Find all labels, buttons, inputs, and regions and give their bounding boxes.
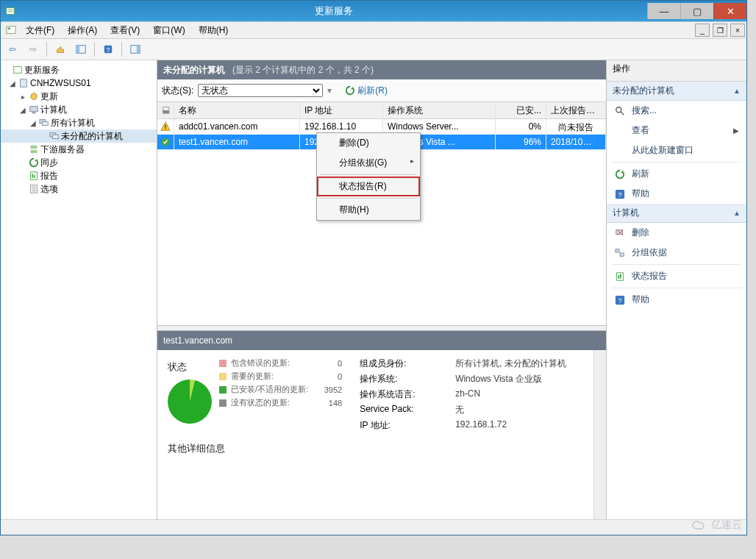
actions-pane: 操作 未分配的计算机▲ 搜索... 查看 ▶ 从此处新建窗口	[607, 60, 746, 519]
svg-text:?: ?	[107, 46, 110, 54]
action-help[interactable]: ? 帮助	[607, 184, 746, 204]
svg-rect-22	[34, 175, 35, 178]
status-block: 状态 包含错误的更新:0 需要的更新:0 已安装/不适用的更新:3952 没有状…	[168, 357, 342, 432]
action-refresh[interactable]: 刷新	[607, 164, 746, 184]
titlebar[interactable]: 更新服务 — ▢ ✕	[1, 1, 746, 21]
menu-help[interactable]: 帮助(H)	[193, 23, 235, 38]
tree-server-label: CNHZWSUS01	[30, 78, 91, 88]
tree-root[interactable]: 更新服务	[1, 63, 157, 76]
mdi-restore-button[interactable]: ❐	[713, 24, 727, 37]
grid-header[interactable]: ⬓ 名称 IP 地址 操作系统 已安... 上次报告状态的时...	[157, 102, 606, 119]
ctx-delete[interactable]: 删除(D)	[317, 133, 420, 153]
status-legend: 包含错误的更新:0 需要的更新:0 已安装/不适用的更新:3952 没有状态的更…	[219, 357, 342, 408]
ctx-groupby[interactable]: 分组依据(G)	[317, 153, 420, 173]
ctx-help[interactable]: 帮助(H)	[317, 200, 420, 220]
menu-file[interactable]: 文件(F)	[20, 23, 60, 38]
detail-scrollbar[interactable]	[593, 350, 606, 519]
svg-text:?: ?	[618, 191, 622, 198]
detail-header: test1.vancen.com	[157, 331, 606, 350]
forward-button[interactable]: ⇨	[24, 40, 42, 58]
menu-view[interactable]: 查看(V)	[104, 23, 146, 38]
search-icon	[614, 106, 626, 116]
detail-title: test1.vancen.com	[163, 335, 232, 346]
menu-window[interactable]: 窗口(W)	[147, 23, 190, 38]
ctx-status-report[interactable]: 状态报告(R)	[317, 177, 420, 196]
close-button[interactable]: ✕	[713, 3, 746, 19]
detail-body: 状态 包含错误的更新:0 需要的更新:0 已安装/不适用的更新:3952 没有状…	[157, 350, 606, 519]
tree-reports[interactable]: 报告	[1, 169, 157, 182]
help-button[interactable]: ?	[99, 40, 117, 58]
menu-action[interactable]: 操作(A)	[62, 23, 103, 38]
cell-name: addc01.vancen.com	[174, 119, 300, 134]
action-help2[interactable]: ? 帮助	[607, 290, 746, 310]
tree-all-computers[interactable]: ◢ 所有计算机	[1, 116, 157, 129]
action-status-report[interactable]: 状态报告	[607, 266, 746, 286]
unassigned-icon	[48, 131, 61, 141]
col-lastreport[interactable]: 上次报告状态的时...	[546, 102, 606, 118]
ok-icon	[157, 135, 174, 149]
divider	[611, 288, 742, 288]
tree-sync[interactable]: 同步	[1, 156, 157, 169]
context-menu: 删除(D) 分组依据(G) 状态报告(R) 帮助(H)	[316, 132, 421, 221]
svg-rect-9	[14, 67, 22, 74]
action-new-window[interactable]: 从此处新建窗口	[607, 140, 746, 160]
col-os[interactable]: 操作系统	[383, 102, 496, 118]
back-button[interactable]: ⇦	[4, 40, 21, 58]
reports-icon	[27, 171, 40, 181]
filter-bar: 状态(S): 无状态 ▾ 刷新(R)	[157, 79, 606, 102]
toolbar: ⇦ ⇨ ?	[1, 39, 746, 60]
svg-rect-0	[7, 8, 15, 15]
svg-rect-13	[32, 113, 35, 114]
refresh-link[interactable]: 刷新(R)	[345, 85, 388, 97]
tree-server[interactable]: ◢ CNHZWSUS01	[1, 76, 157, 90]
statusbar	[1, 519, 746, 535]
scope-tree[interactable]: 更新服务 ◢ CNHZWSUS01 ▸ 更新 ◢ 计算机 ◢ 所有计算机	[1, 60, 157, 519]
tree-sync-label: 同步	[40, 157, 58, 169]
mdi-close-button[interactable]: ×	[730, 24, 745, 37]
cell-inst: 0%	[496, 119, 546, 134]
mdi-minimize-button[interactable]: _	[695, 24, 710, 37]
col-name[interactable]: 名称	[174, 102, 300, 118]
status-label: 状态(S):	[162, 85, 193, 97]
console-icon	[4, 24, 18, 37]
svg-rect-38	[620, 274, 621, 278]
tree-reports-label: 报告	[40, 170, 58, 182]
tree-downstream[interactable]: 下游服务器	[1, 143, 157, 156]
updates-icon	[27, 91, 40, 102]
status-select[interactable]: 无状态	[198, 84, 323, 97]
col-installed[interactable]: 已安...	[496, 102, 546, 118]
refresh-icon	[614, 169, 626, 179]
up-level-button[interactable]	[51, 40, 69, 58]
actions-section-computer[interactable]: 计算机▲	[607, 204, 746, 223]
show-hide-action-button[interactable]	[126, 40, 144, 58]
svg-rect-25	[165, 129, 165, 129]
show-hide-tree-button[interactable]	[72, 40, 90, 58]
result-header-title: 未分配的计算机	[163, 64, 225, 76]
action-view[interactable]: 查看 ▶	[607, 121, 746, 140]
chevron-up-icon: ▲	[733, 209, 741, 217]
col-ip[interactable]: IP 地址	[300, 102, 383, 118]
svg-rect-19	[31, 150, 38, 153]
action-delete[interactable]: 删除	[607, 223, 746, 243]
minimize-button[interactable]: —	[647, 3, 680, 19]
tree-updates[interactable]: ▸ 更新	[1, 90, 157, 103]
cell-last: 尚未报告	[546, 119, 606, 134]
tree-computers[interactable]: ◢ 计算机	[1, 103, 157, 116]
actions-section-unassigned[interactable]: 未分配的计算机▲	[607, 82, 746, 101]
action-search[interactable]: 搜索...	[607, 101, 746, 121]
col-status-icon[interactable]: ⬓	[157, 102, 174, 118]
chevron-up-icon: ▲	[733, 87, 741, 95]
all-computers-icon	[38, 118, 51, 128]
cell-ip: 192.168.1.10	[300, 119, 383, 134]
svg-rect-17	[52, 135, 58, 138]
action-groupby[interactable]: 分组依据	[607, 243, 746, 263]
maximize-button[interactable]: ▢	[680, 3, 713, 19]
tree-unassigned[interactable]: 未分配的计算机	[1, 129, 157, 143]
help-icon: ?	[614, 295, 626, 305]
tree-options[interactable]: 选项	[1, 182, 157, 196]
splitter[interactable]	[157, 325, 606, 331]
status-pie-chart	[168, 380, 212, 424]
computers-grid: ⬓ 名称 IP 地址 操作系统 已安... 上次报告状态的时... addc01…	[157, 102, 606, 325]
tree-options-label: 选项	[40, 183, 58, 196]
cell-inst: 96%	[496, 135, 546, 149]
